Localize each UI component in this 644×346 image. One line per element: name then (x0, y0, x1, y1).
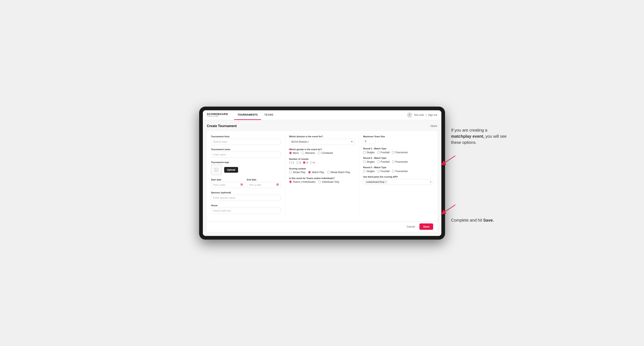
upload-button[interactable]: Upload (224, 167, 238, 173)
tab-tournaments[interactable]: TOURNAMENTS (234, 110, 261, 120)
api-select-wrap[interactable]: Leaderboard King × ▾ (363, 179, 433, 185)
annotation-bottom: Complete and hit Save. (451, 217, 508, 223)
tournament-host-input[interactable] (211, 139, 281, 145)
max-team-size-input[interactable] (363, 139, 376, 144)
round2-match-type-section: Round 2 - Match Type Singles Fourball (363, 157, 433, 163)
teams-group: Is this event for Teams and/or Individua… (289, 177, 355, 183)
max-team-size-group: Maximum Team Size (363, 135, 433, 144)
tournament-host-label: Tournament Host (211, 135, 281, 138)
round3-singles-radio[interactable] (363, 170, 366, 173)
page-content: Create Tournament ‹ Back Tournament Host… (203, 120, 441, 236)
scoring-group: Scoring system Stroke Play Match Play (289, 167, 355, 174)
division-select[interactable]: NCAA Division I NCAA Division II NCAA Di… (289, 139, 355, 145)
sponsor-group: Sponsor (optional) (211, 191, 281, 201)
teams-option[interactable]: Teams (+Individuals) (289, 180, 315, 183)
round3-foursomes-option[interactable]: Foursomes (392, 170, 408, 173)
round2-fourball-radio[interactable] (377, 161, 380, 163)
tournament-name-input[interactable] (211, 152, 281, 158)
round3-foursomes-radio[interactable] (392, 170, 395, 173)
round2-fourball-option[interactable]: Fourball (377, 161, 390, 163)
gender-womens-option[interactable]: Womens (302, 152, 315, 155)
round2-match-type-label: Round 2 - Match Type (363, 157, 433, 159)
round-3-option[interactable]: 3 (303, 161, 308, 164)
tournament-host-group: Tournament Host (211, 135, 281, 145)
teams-radio[interactable] (289, 180, 292, 183)
max-team-size-label: Maximum Team Size (363, 135, 433, 138)
gender-combined-radio[interactable] (318, 152, 320, 154)
round2-match-type-options: Singles Fourball Foursomes (363, 161, 433, 163)
page-header: Create Tournament ‹ Back (207, 124, 437, 128)
scoring-match-option[interactable]: Match Play (308, 171, 324, 174)
scoring-label: Scoring system (289, 167, 355, 170)
cancel-button[interactable]: Cancel (404, 224, 418, 230)
scoring-radio-group: Stroke Play Match Play Medal Match Play (289, 171, 355, 174)
scoring-medal-option[interactable]: Medal Match Play (327, 171, 350, 174)
form-middle-col: Which division is the event for? NCAA Di… (285, 135, 359, 217)
tablet-device: SCOREBOARD Powered by clippit TOURNAMENT… (199, 107, 445, 240)
tablet-screen: SCOREBOARD Powered by clippit TOURNAMENT… (203, 110, 441, 236)
gender-mens-radio[interactable] (289, 152, 292, 154)
svg-point-1 (215, 169, 216, 170)
round-2-option[interactable]: 2 (296, 161, 301, 164)
individuals-radio[interactable] (318, 180, 321, 183)
page-title: Create Tournament (207, 124, 237, 128)
svg-line-3 (443, 205, 455, 213)
app-logo: SCOREBOARD Powered by clippit (207, 113, 228, 117)
signout-link[interactable]: Sign out (428, 114, 437, 116)
rounds-group: Number of rounds 1 2 (289, 158, 355, 164)
individuals-option[interactable]: Individuals Only (318, 180, 339, 183)
scoring-stroke-option[interactable]: Stroke Play (289, 171, 305, 174)
round1-singles-option[interactable]: Singles (363, 151, 374, 154)
sponsor-input[interactable] (211, 195, 281, 201)
logo-sub: Powered by clippit (207, 115, 228, 117)
save-button[interactable]: Save (420, 223, 433, 230)
round-2-radio[interactable] (296, 161, 299, 164)
nav-tabs: TOURNAMENTS TEAMS (234, 110, 276, 120)
round2-singles-option[interactable]: Singles (363, 161, 374, 163)
api-chevron-icon: ▾ (430, 180, 431, 183)
back-link[interactable]: ‹ Back (430, 124, 437, 128)
gender-mens-option[interactable]: Mens (289, 152, 299, 155)
round-1-radio[interactable] (289, 161, 292, 164)
nav-right: T Test User | Sign out (407, 112, 437, 118)
sponsor-label: Sponsor (optional) (211, 191, 281, 194)
tournament-logo-group: Tournament logo Upload (211, 161, 281, 175)
scoring-match-radio[interactable] (308, 171, 311, 173)
annotation-top: If you are creating a matchplay event, y… (451, 127, 508, 146)
logo-upload-area: Upload (211, 165, 281, 175)
api-tag-close[interactable]: × (385, 181, 386, 183)
gender-combined-option[interactable]: Combined (318, 152, 333, 155)
round1-fourball-option[interactable]: Fourball (377, 151, 390, 154)
round-4-option[interactable]: 4 (310, 161, 315, 164)
round1-singles-radio[interactable] (363, 151, 366, 154)
teams-label: Is this event for Teams and/or Individua… (289, 177, 355, 179)
arrow-top (441, 154, 457, 166)
round3-fourball-radio[interactable] (377, 170, 380, 173)
form-container: Tournament Host Tournament name Tourname… (207, 131, 437, 221)
round3-fourball-option[interactable]: Fourball (377, 170, 390, 173)
gender-radio-group: Mens Womens Combined (289, 152, 355, 155)
tournament-name-label: Tournament name (211, 148, 281, 151)
round1-foursomes-option[interactable]: Foursomes (392, 151, 408, 154)
round1-foursomes-radio[interactable] (392, 151, 395, 154)
svg-line-2 (443, 156, 455, 164)
venue-input[interactable] (211, 208, 281, 214)
calendar-icon: 📅 (240, 183, 243, 186)
gender-womens-radio[interactable] (302, 152, 304, 154)
scoring-medal-radio[interactable] (327, 171, 330, 173)
round-1-option[interactable]: 1 (289, 161, 294, 164)
start-date-input[interactable] (211, 182, 245, 188)
round1-fourball-radio[interactable] (377, 151, 380, 154)
round2-singles-radio[interactable] (363, 161, 366, 163)
form-right-col: Maximum Team Size Round 1 - Match Type S… (359, 135, 433, 217)
end-date-input[interactable] (247, 182, 281, 188)
round2-foursomes-option[interactable]: Foursomes (392, 161, 408, 163)
tab-teams[interactable]: TEAMS (261, 110, 277, 120)
round-3-radio[interactable] (303, 161, 306, 164)
start-date-label: Start date (211, 178, 245, 181)
scoring-stroke-radio[interactable] (289, 171, 292, 173)
round-4-radio[interactable] (310, 161, 312, 164)
round2-foursomes-radio[interactable] (392, 161, 395, 163)
form-left-col: Tournament Host Tournament name Tourname… (211, 135, 285, 217)
round3-singles-option[interactable]: Singles (363, 170, 374, 173)
